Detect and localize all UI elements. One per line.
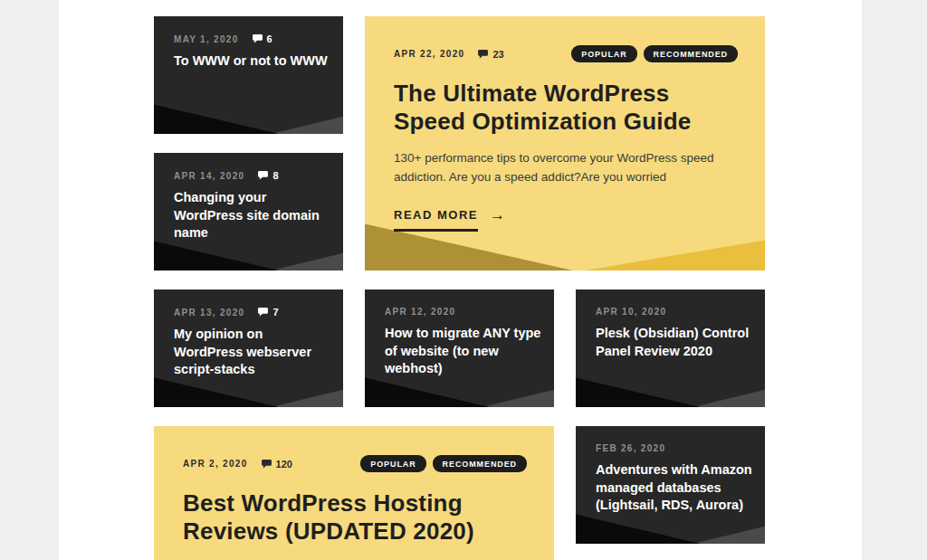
read-more-link[interactable]: READ MORE→ (394, 206, 506, 232)
post-title[interactable]: Best WordPress Hosting Reviews (UPDATED … (183, 489, 527, 546)
comment-icon (478, 50, 488, 59)
comment-icon (258, 308, 268, 317)
comment-count: 6 (253, 33, 272, 44)
post-card[interactable]: APR 12, 2020 How to migrate ANY type of … (365, 289, 554, 407)
comment-icon (262, 460, 272, 469)
post-meta: APR 10, 2020 (596, 307, 758, 317)
post-card[interactable]: APR 10, 2020 Plesk (Obsidian) Control Pa… (576, 289, 765, 407)
post-date: MAY 1, 2020 (174, 34, 239, 44)
post-title[interactable]: The Ultimate WordPress Speed Optimizatio… (394, 80, 738, 136)
post-meta-left: APR 2, 2020 120 (183, 459, 292, 470)
post-title[interactable]: Adventures with Amazon managed databases… (596, 461, 755, 515)
post-meta: MAY 1, 2020 6 (174, 33, 336, 44)
post-date: APR 10, 2020 (596, 307, 666, 317)
post-meta: FEB 26, 2020 (596, 443, 758, 453)
post-cards-grid: MAY 1, 2020 6 To WWW or not to WWW APR 2… (154, 16, 765, 560)
post-meta-left: APR 14, 2020 8 (174, 170, 279, 181)
arrow-right-icon: → (490, 206, 507, 223)
post-meta: APR 14, 2020 8 (174, 170, 336, 181)
comment-count: 23 (478, 49, 503, 60)
post-meta: APR 22, 2020 23 POPULAR RECOMMENDED (394, 45, 738, 62)
comment-count: 7 (258, 307, 278, 318)
comment-count-value: 6 (267, 33, 272, 44)
comment-count-value: 120 (276, 459, 292, 470)
post-meta: APR 12, 2020 (385, 307, 547, 317)
post-date: APR 14, 2020 (174, 171, 244, 181)
comment-count-value: 23 (492, 49, 503, 60)
post-card[interactable]: APR 13, 2020 7 My opinion on WordPress w… (154, 289, 343, 407)
post-meta: APR 13, 2020 7 (174, 307, 336, 318)
comment-icon (258, 171, 268, 180)
featured-post-card[interactable]: APR 2, 2020 120 POPULAR RECOMMENDED Best… (154, 426, 554, 560)
comment-count: 120 (262, 459, 292, 470)
comment-count: 8 (258, 170, 278, 181)
post-date: APR 13, 2020 (174, 308, 244, 318)
post-date: APR 2, 2020 (183, 459, 248, 469)
post-meta-left: APR 12, 2020 (385, 307, 455, 317)
post-title[interactable]: How to migrate ANY type of website (to n… (385, 325, 544, 378)
post-card[interactable]: FEB 26, 2020 Adventures with Amazon mana… (576, 426, 765, 544)
badges: POPULAR RECOMMENDED (571, 45, 738, 62)
post-title[interactable]: To WWW or not to WWW (174, 52, 333, 71)
badge-recommended[interactable]: RECOMMENDED (644, 45, 738, 62)
post-meta: APR 2, 2020 120 POPULAR RECOMMENDED (183, 455, 527, 472)
post-meta-left: FEB 26, 2020 (596, 443, 665, 453)
post-date: FEB 26, 2020 (596, 443, 665, 453)
post-date: APR 22, 2020 (394, 49, 464, 59)
post-title[interactable]: Changing your WordPress site domain name (174, 189, 333, 242)
comment-count-value: 7 (272, 307, 278, 318)
post-card[interactable]: MAY 1, 2020 6 To WWW or not to WWW (154, 16, 343, 134)
badge-popular[interactable]: POPULAR (360, 455, 425, 472)
post-meta-left: APR 13, 2020 7 (174, 307, 279, 318)
main-content-panel: MAY 1, 2020 6 To WWW or not to WWW APR 2… (59, 0, 862, 560)
post-meta-left: MAY 1, 2020 6 (174, 33, 272, 44)
post-meta-left: APR 22, 2020 23 (394, 49, 504, 60)
post-excerpt: 130+ performance tips to overcome your W… (394, 148, 736, 186)
read-more-label: READ MORE (394, 208, 478, 232)
badges: POPULAR RECOMMENDED (360, 455, 527, 472)
post-title[interactable]: Plesk (Obsidian) Control Panel Review 20… (596, 325, 755, 360)
post-title[interactable]: My opinion on WordPress webserver script… (174, 326, 333, 379)
featured-post-card[interactable]: APR 22, 2020 23 POPULAR RECOMMENDED The … (365, 16, 765, 271)
badge-recommended[interactable]: RECOMMENDED (433, 455, 527, 472)
post-meta-left: APR 10, 2020 (596, 307, 666, 317)
post-card[interactable]: APR 14, 2020 8 Changing your WordPress s… (154, 153, 343, 271)
comment-count-value: 8 (272, 170, 278, 181)
post-date: APR 12, 2020 (385, 307, 455, 317)
comment-icon (253, 34, 263, 43)
badge-popular[interactable]: POPULAR (571, 45, 636, 62)
